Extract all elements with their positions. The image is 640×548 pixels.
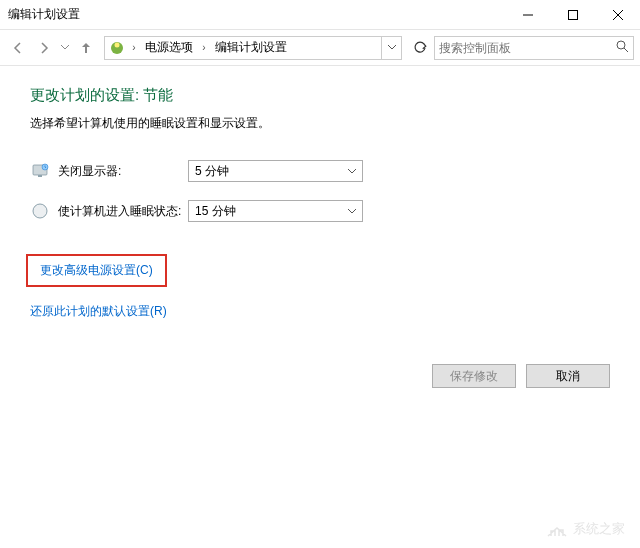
chevron-right-icon[interactable]: › (127, 36, 141, 60)
sleep-dropdown[interactable]: 15 分钟 (188, 200, 363, 222)
monitor-icon (30, 161, 50, 181)
display-off-dropdown[interactable]: 5 分钟 (188, 160, 363, 182)
search-icon[interactable] (616, 40, 629, 56)
watermark: 系统之家 (545, 520, 625, 538)
display-off-value: 5 分钟 (195, 163, 229, 180)
search-box[interactable] (434, 36, 634, 60)
svg-point-13 (33, 204, 47, 218)
highlight-box: 更改高级电源设置(C) (26, 254, 167, 287)
breadcrumb-item-edit[interactable]: 编辑计划设置 (211, 39, 291, 56)
display-off-label: 关闭显示器: (58, 163, 188, 180)
svg-rect-9 (38, 175, 42, 177)
advanced-settings-link[interactable]: 更改高级电源设置(C) (40, 263, 153, 277)
svg-rect-1 (568, 11, 577, 20)
breadcrumb-dropdown-button[interactable] (381, 37, 401, 59)
breadcrumb[interactable]: › 电源选项 › 编辑计划设置 (104, 36, 402, 60)
chevron-right-icon[interactable]: › (197, 36, 211, 60)
sleep-value: 15 分钟 (195, 203, 236, 220)
save-button[interactable]: 保存修改 (432, 364, 516, 388)
cancel-button[interactable]: 取消 (526, 364, 610, 388)
minimize-button[interactable] (505, 0, 550, 30)
breadcrumb-item-power[interactable]: 电源选项 (141, 39, 197, 56)
up-button[interactable] (74, 36, 98, 60)
recent-locations-button[interactable] (58, 36, 72, 60)
page-heading: 更改计划的设置: 节能 (30, 86, 610, 105)
maximize-button[interactable] (550, 0, 595, 30)
forward-button[interactable] (32, 36, 56, 60)
chevron-down-icon (348, 166, 356, 176)
svg-point-6 (617, 41, 625, 49)
back-button[interactable] (6, 36, 30, 60)
window-title: 编辑计划设置 (8, 6, 80, 23)
refresh-button[interactable] (408, 36, 432, 60)
close-button[interactable] (595, 0, 640, 30)
watermark-text: 系统之家 (573, 520, 625, 538)
sleep-icon (30, 201, 50, 221)
svg-line-7 (624, 48, 628, 52)
svg-point-5 (115, 42, 120, 47)
restore-defaults-link[interactable]: 还原此计划的默认设置(R) (30, 303, 167, 320)
search-input[interactable] (439, 41, 616, 55)
sleep-label: 使计算机进入睡眠状态: (58, 203, 188, 220)
chevron-down-icon (348, 206, 356, 216)
power-options-icon (107, 38, 127, 58)
page-description: 选择希望计算机使用的睡眠设置和显示设置。 (30, 115, 610, 132)
